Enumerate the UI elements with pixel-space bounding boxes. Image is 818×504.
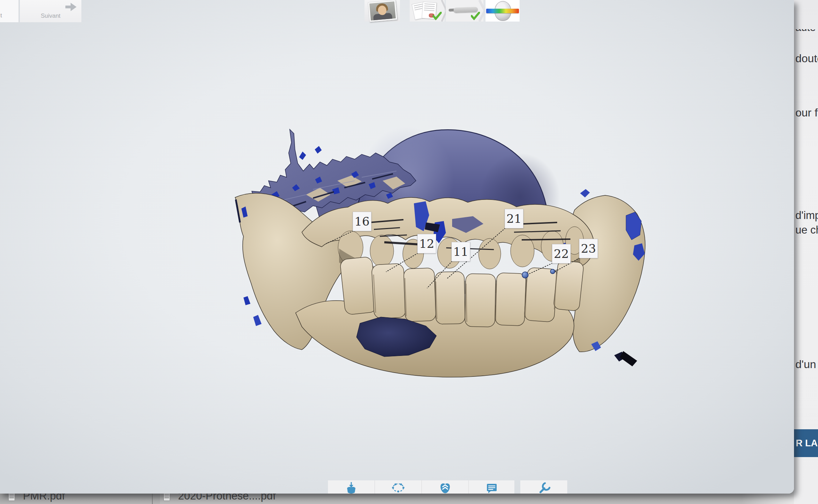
dental-scan-mesh: [0, 0, 794, 494]
tooth-label-21[interactable]: 21: [505, 209, 523, 228]
text-fragment: d'un: [795, 358, 816, 371]
action-button-clipped[interactable]: R LA P: [794, 429, 818, 457]
tool-tooth-anatomy[interactable]: [422, 480, 468, 494]
insertion-direction-icon: [344, 482, 359, 494]
tooth-label-22[interactable]: 22: [552, 244, 571, 263]
margin-line-icon: [391, 482, 406, 494]
text-fragment: ue ch: [795, 224, 818, 236]
tool-order-notes[interactable]: [468, 480, 514, 494]
tool-settings[interactable]: [520, 480, 567, 494]
tooth-label-16[interactable]: 16: [353, 212, 371, 231]
notes-icon: [484, 482, 499, 494]
tooth-anatomy-icon: [438, 482, 453, 494]
pdf-file-icon: [163, 493, 170, 501]
3d-scan-viewport[interactable]: 16 21 12 11 22 23: [0, 0, 794, 494]
tooth-label-12[interactable]: 12: [417, 234, 436, 253]
file-strip-divider: [152, 494, 153, 504]
text-fragment: our fa: [795, 106, 818, 119]
wrench-icon: [536, 482, 552, 494]
text-fragment: d'impo: [795, 209, 818, 222]
tool-margin-line[interactable]: [375, 480, 422, 494]
text-fragment: aute: [795, 29, 816, 33]
text-fragment: doute: [795, 52, 818, 65]
dental-cad-window: t Suivant: [0, 0, 794, 494]
tool-insertion-direction[interactable]: [328, 480, 375, 494]
tooth-label-23[interactable]: 23: [579, 239, 598, 258]
pdf-file-icon: [8, 493, 15, 501]
background-document-panel: aute doute our fa d'impo ue ch d'un R LA…: [794, 0, 818, 504]
tooth-label-11[interactable]: 11: [451, 242, 470, 261]
